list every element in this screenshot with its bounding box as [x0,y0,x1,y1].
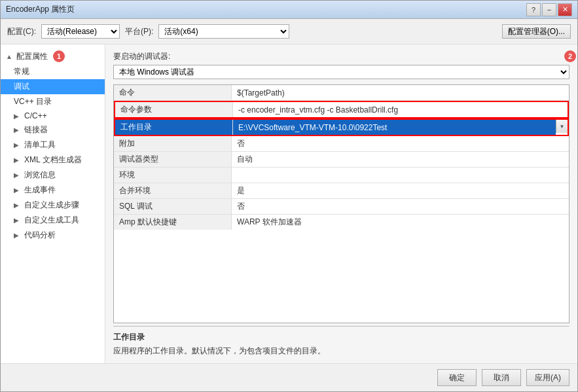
prop-key: SQL 调试 [114,199,232,214]
sidebar-item-label: 生成事件 [24,185,56,196]
arrow-icon: ▶ [14,232,22,239]
sidebar-item-build-events[interactable]: ▶ 生成事件 [1,183,105,198]
table-row: 附加 否 [114,136,569,152]
table-row: 环境 [114,168,569,183]
window-title: EncoderApp 属性页 [6,4,526,15]
prop-key: 附加 [114,136,232,151]
debugger-section: 要启动的调试器: 本地 Windows 调试器 2 [113,51,569,79]
prop-key: Amp 默认快捷键 [114,215,232,230]
arrow-icon: ▲ [6,53,14,60]
main-window: EncoderApp 属性页 ? − ✕ 配置(C): 活动(Release) … [0,0,578,392]
config-label: 配置(C): [7,26,36,37]
sidebar-item-manifest[interactable]: ▶ 清单工具 [1,137,105,152]
arrow-icon: ▶ [14,202,22,209]
table-row: 命令 $(TargetPath) [114,85,569,101]
sidebar-item-debug[interactable]: 调试 [1,79,105,94]
right-panel: 要启动的调试器: 本地 Windows 调试器 2 命令 $(TargetPat… [105,45,577,363]
sidebar-item-custom-build[interactable]: ▶ 自定义生成步骤 [1,198,105,213]
table-row: Amp 默认快捷键 WARP 软件加速器 [114,215,569,230]
sidebar-item-label: 调试 [14,81,29,92]
prop-key: 命令 [114,85,232,100]
config-manager-button[interactable]: 配置管理器(O)... [502,24,571,39]
prop-value[interactable]: E:\VVCSoftware_VTM-VTM-10.0\0922Test [233,120,556,135]
prop-value[interactable]: $(TargetPath) [232,85,569,100]
arrow-icon: ▶ [14,156,22,164]
description-area: 工作目录 应用程序的工作目录。默认情况下，为包含项目文件的目录。 [113,326,569,357]
sidebar-item-custom-tools[interactable]: ▶ 自定义生成工具 [1,213,105,228]
debugger-section-label: 要启动的调试器: [113,51,569,62]
arrow-icon: ▶ [14,187,22,194]
sidebar-item-label: 自定义生成工具 [24,215,79,226]
sidebar-item-label: 自定义生成步骤 [24,200,79,211]
minimize-button[interactable]: − [542,3,556,16]
prop-key: 调试器类型 [114,152,232,167]
sidebar-item-label: VC++ 目录 [14,96,52,107]
prop-value[interactable]: 自动 [232,152,569,167]
sidebar-item-label: 清单工具 [24,139,56,151]
config-select[interactable]: 活动(Release) [41,24,120,39]
table-row: 命令参数 -c encoder_intra_vtm.cfg -c Basketb… [114,101,569,118]
sidebar-item-label: XML 文档生成器 [24,154,82,166]
sidebar-item-vcpp-dirs[interactable]: VC++ 目录 [1,94,105,109]
cancel-button[interactable]: 取消 [482,369,521,386]
prop-value[interactable]: 否 [232,136,569,151]
arrow-icon: ▶ [14,126,22,134]
toolbar: 配置(C): 活动(Release) 平台(P): 活动(x64) 配置管理器(… [1,19,577,45]
platform-label: 平台(P): [125,26,153,37]
sidebar-item-general[interactable]: 常规 [1,64,105,79]
prop-key: 环境 [114,168,232,183]
desc-title: 工作目录 [113,332,569,343]
apply-button[interactable]: 应用(A) [526,369,569,386]
sidebar: ▲ 配置属性 1 常规 调试 VC++ 目录 ▶ C/C++ ▶ 链接器 [1,45,105,363]
sidebar-item-config-props[interactable]: ▲ 配置属性 1 [1,48,105,64]
prop-value[interactable]: WARP 软件加速器 [232,215,569,230]
main-content: ▲ 配置属性 1 常规 调试 VC++ 目录 ▶ C/C++ ▶ 链接器 [1,45,577,363]
arrow-icon: ▶ [14,141,22,149]
dropdown-arrow-icon[interactable]: ▼ [556,120,568,133]
table-row: 调试器类型 自动 [114,152,569,168]
ok-button[interactable]: 确定 [437,369,477,386]
prop-value[interactable]: 是 [232,183,569,198]
sidebar-item-code-analysis[interactable]: ▶ 代码分析 [1,228,105,243]
sidebar-item-label: 常规 [14,66,29,77]
annotation-2: 2 [564,50,576,62]
table-row: 合并环境 是 [114,183,569,199]
sidebar-item-label: 浏览信息 [24,169,56,181]
annotation-1: 1 [53,50,65,62]
platform-select[interactable]: 活动(x64) [158,24,289,39]
prop-key: 工作目录 [115,120,233,135]
help-button[interactable]: ? [526,3,541,16]
props-table-wrapper: 命令 $(TargetPath) 命令参数 -c encoder_intra_v… [113,84,569,357]
prop-key: 合并环境 [114,183,232,198]
title-bar: EncoderApp 属性页 ? − ✕ [1,1,577,19]
sidebar-item-label: 代码分析 [24,230,56,241]
close-button[interactable]: ✕ [558,3,572,16]
sidebar-item-browse[interactable]: ▶ 浏览信息 [1,168,105,183]
table-row: SQL 调试 否 [114,199,569,215]
arrow-icon: ▶ [14,217,22,224]
sidebar-item-label: C/C++ [24,111,47,120]
prop-key: 命令参数 [115,102,233,117]
table-row-workdir: 工作目录 E:\VVCSoftware_VTM-VTM-10.0\0922Tes… [114,118,569,136]
bottom-buttons: 确定 取消 应用(A) [1,363,577,391]
debugger-select[interactable]: 本地 Windows 调试器 [113,65,569,79]
prop-value[interactable] [232,168,569,183]
title-bar-buttons: ? − ✕ [526,3,572,16]
sidebar-item-xml-gen[interactable]: ▶ XML 文档生成器 [1,152,105,168]
desc-text: 应用程序的工作目录。默认情况下，为包含项目文件的目录。 [113,346,569,357]
props-table: 命令 $(TargetPath) 命令参数 -c encoder_intra_v… [113,84,569,323]
arrow-icon: ▶ [14,171,22,179]
sidebar-item-linker[interactable]: ▶ 链接器 [1,122,105,137]
sidebar-item-cpp[interactable]: ▶ C/C++ [1,109,105,122]
sidebar-item-label: 配置属性 [16,51,48,62]
prop-value[interactable]: 否 [232,199,569,214]
prop-value[interactable]: -c encoder_intra_vtm.cfg -c BasketballDr… [233,102,568,117]
sidebar-item-label: 链接器 [24,124,48,135]
arrow-icon: ▶ [14,113,22,120]
